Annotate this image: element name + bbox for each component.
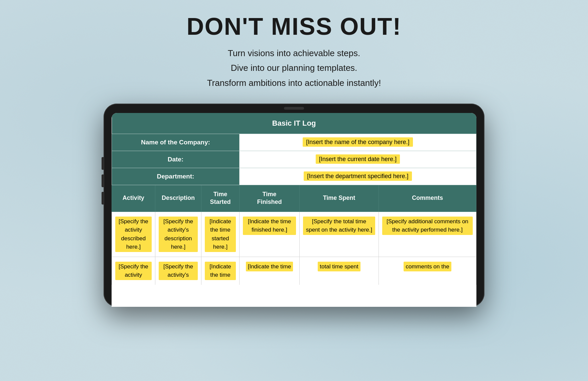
row1-time-started: [Indicate the time started here.] — [201, 212, 240, 257]
company-value: [Insert the name of the company here.] — [239, 134, 476, 151]
col-time-started: TimeStarted — [201, 185, 240, 212]
col-activity: Activity — [112, 185, 155, 212]
dept-value: [Insert the department specified here.] — [239, 168, 476, 185]
company-row: Name of the Company: [Insert the name of… — [112, 134, 476, 151]
row1-comments-text: [Specify additional comments on the acti… — [382, 217, 473, 235]
row2-activity-text: [Specify the activity — [115, 262, 152, 280]
company-value-text: [Insert the name of the company here.] — [303, 137, 413, 147]
tablet-camera — [284, 107, 304, 110]
row2-activity: [Specify the activity — [112, 257, 155, 285]
company-label: Name of the Company: — [112, 134, 240, 151]
row2-time-spent: total time spent — [300, 257, 379, 285]
row1-activity-text: [Specify the activity described here.] — [115, 217, 152, 252]
row1-description: [Specify the activity's description here… — [155, 212, 201, 257]
date-row: Date: [Insert the current date here.] — [112, 151, 476, 168]
row2-comments-text: comments on the — [404, 262, 451, 272]
col-comments: Comments — [379, 185, 476, 212]
date-value-text: [Insert the current date here.] — [316, 154, 400, 164]
it-log-table: Basic IT Log Name of the Company: [Inser… — [112, 113, 476, 285]
row2-description-text: [Specify the activity's — [159, 262, 198, 280]
subline-2: Dive into our planning templates. — [231, 63, 357, 73]
subline-1: Turn visions into achievable steps. — [228, 48, 360, 58]
subline-3: Transform ambitions into actionable inst… — [207, 78, 381, 88]
column-header-row: Activity Description TimeStarted TimeFin… — [112, 185, 476, 212]
tablet-device: Basic IT Log Name of the Company: [Inser… — [104, 104, 484, 307]
row2-time-started: [Indicate the time — [201, 257, 240, 285]
dept-label: Department: — [112, 168, 240, 185]
row1-activity: [Specify the activity described here.] — [112, 212, 155, 257]
row1-time-finished-text: [Indicate the time finished here.] — [243, 217, 296, 235]
tablet-btn-3 — [102, 192, 104, 205]
data-row-2-partial: [Specify the activity [Specify the activ… — [112, 257, 476, 285]
page-headline: DON'T MISS OUT! — [186, 13, 401, 40]
tablet-btn-2 — [102, 174, 104, 187]
row1-time-spent: [Specify the total time spent on the act… — [300, 212, 379, 257]
col-time-finished: TimeFinished — [239, 185, 299, 212]
dept-value-text: [Insert the department specified here.] — [304, 171, 412, 181]
row2-time-started-text: [Indicate the time — [205, 262, 236, 280]
row1-time-finished: [Indicate the time finished here.] — [239, 212, 299, 257]
row2-time-finished: [Indicate the time — [239, 257, 299, 285]
tablet-btn-1 — [102, 157, 104, 170]
data-row-1: [Specify the activity described here.] [… — [112, 212, 476, 257]
dept-row: Department: [Insert the department speci… — [112, 168, 476, 185]
row1-time-started-text: [Indicate the time started here.] — [205, 217, 236, 252]
col-description: Description — [155, 185, 201, 212]
table-title: Basic IT Log — [112, 113, 476, 134]
row2-time-finished-text: [Indicate the time — [246, 262, 293, 272]
row2-description: [Specify the activity's — [155, 257, 201, 285]
page-subtext: Turn visions into achievable steps. Dive… — [207, 46, 381, 90]
row1-time-spent-text: [Specify the total time spent on the act… — [303, 217, 375, 235]
row1-description-text: [Specify the activity's description here… — [159, 217, 198, 252]
row2-time-spent-text: total time spent — [318, 262, 360, 272]
page-wrapper: DON'T MISS OUT! Turn visions into achiev… — [0, 0, 588, 381]
table-title-row: Basic IT Log — [112, 113, 476, 134]
row1-comments: [Specify additional comments on the acti… — [379, 212, 476, 257]
date-label: Date: — [112, 151, 240, 168]
date-value: [Insert the current date here.] — [239, 151, 476, 168]
row2-comments: comments on the — [379, 257, 476, 285]
tablet-screen: Basic IT Log Name of the Company: [Inser… — [112, 113, 476, 307]
col-time-spent: Time Spent — [300, 185, 379, 212]
tablet-buttons — [102, 157, 104, 205]
